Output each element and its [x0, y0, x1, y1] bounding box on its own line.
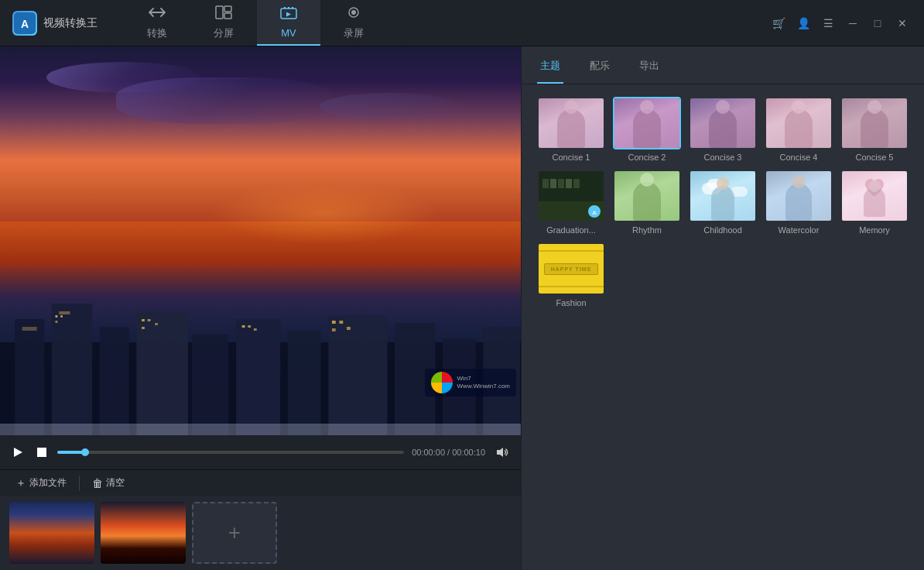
video-controls: 00:00:00 / 00:00:10: [0, 435, 521, 469]
add-icon: ＋: [15, 476, 26, 490]
cloud-2: [116, 77, 333, 124]
toolbar-separator: [79, 476, 80, 491]
svg-rect-27: [55, 321, 57, 323]
theme-rhythm[interactable]: Rhythm: [613, 170, 681, 235]
svg-rect-41: [37, 448, 46, 457]
nav-tab-convert[interactable]: 转换: [124, 0, 190, 46]
nav-tab-split-label: 分屏: [214, 26, 234, 40]
theme-childhood-label: Childhood: [703, 225, 742, 235]
volume-button[interactable]: [493, 444, 512, 461]
themes-row-2: Graduation... Rhythm: [537, 170, 909, 235]
svg-rect-21: [328, 315, 387, 435]
svg-rect-34: [254, 328, 257, 331]
svg-text:A: A: [21, 18, 29, 30]
svg-rect-2: [216, 6, 223, 19]
cloud-3: [320, 93, 459, 120]
buildings-svg: [0, 280, 521, 435]
theme-watercolor[interactable]: Watercolor: [765, 170, 833, 235]
menu-button[interactable]: ☰: [819, 14, 837, 33]
svg-rect-14: [52, 304, 92, 435]
svg-rect-16: [100, 327, 129, 435]
titlebar: A 视频转换王 转换 分屏: [0, 0, 924, 46]
progress-handle[interactable]: [81, 448, 89, 456]
svg-rect-18: [192, 335, 229, 435]
theme-concise4-label: Concise 4: [780, 153, 818, 162]
theme-concise3-thumb: [689, 97, 757, 149]
svg-rect-3: [224, 6, 231, 12]
theme-fashion[interactable]: HAPPY TIME Fashion: [537, 242, 605, 307]
clear-button[interactable]: 🗑 清空: [86, 473, 131, 493]
main-layout: Win7Www.Winwin7.com 00:00:00 / 00:00:10: [0, 46, 924, 570]
user-button[interactable]: 👤: [794, 14, 813, 33]
time-display: 00:00:00 / 00:00:10: [412, 448, 485, 457]
svg-rect-33: [248, 325, 251, 328]
svg-rect-36: [339, 321, 343, 324]
svg-rect-25: [55, 315, 57, 318]
theme-graduation[interactable]: Graduation...: [537, 170, 605, 235]
svg-rect-13: [22, 327, 37, 331]
theme-concise2-thumb: [613, 97, 681, 149]
svg-rect-12: [15, 319, 44, 435]
maximize-button[interactable]: □: [868, 14, 887, 33]
svg-rect-32: [242, 325, 245, 328]
theme-concise3[interactable]: Concise 3: [689, 97, 757, 162]
play-button[interactable]: [9, 444, 26, 461]
stop-button[interactable]: [34, 445, 50, 460]
minimize-button[interactable]: ─: [844, 14, 862, 33]
svg-rect-19: [236, 319, 280, 435]
trash-icon: 🗑: [92, 477, 103, 489]
theme-graduation-thumb: [537, 170, 605, 222]
theme-childhood[interactable]: Childhood: [689, 170, 757, 235]
clip-1[interactable]: [9, 502, 94, 564]
clip-2[interactable]: [101, 502, 186, 564]
shop-button[interactable]: 🛒: [769, 14, 788, 33]
timeline-toolbar: ＋ 添加文件 🗑 清空: [0, 470, 521, 496]
tab-theme[interactable]: 主题: [537, 46, 563, 84]
svg-point-10: [351, 10, 356, 15]
theme-watercolor-label: Watercolor: [779, 225, 820, 235]
theme-concise5-thumb: [840, 97, 909, 149]
timeline-clips: +: [0, 496, 521, 570]
download-badge: [588, 205, 601, 218]
nav-tab-split[interactable]: 分屏: [190, 0, 257, 46]
theme-concise5[interactable]: Concise 5: [840, 97, 909, 162]
add-file-label: 添加文件: [29, 476, 67, 489]
svg-rect-4: [224, 13, 231, 19]
theme-concise2[interactable]: Concise 2: [613, 97, 681, 162]
svg-rect-17: [136, 311, 188, 435]
nav-tab-record[interactable]: 录屏: [320, 0, 387, 46]
svg-rect-15: [59, 311, 70, 314]
themes-grid: Concise 1 Concise 2: [522, 84, 924, 570]
theme-concise2-label: Concise 2: [628, 153, 666, 162]
win7-logo-icon: [431, 372, 453, 393]
right-tabs: 主题 配乐 导出: [522, 46, 924, 84]
add-clip-button[interactable]: +: [192, 502, 277, 564]
nav-tab-convert-label: 转换: [147, 26, 167, 40]
clip-1-thumb: [9, 502, 94, 564]
svg-rect-39: [0, 424, 521, 435]
theme-concise4-thumb: [765, 97, 833, 149]
tab-music[interactable]: 配乐: [587, 46, 613, 84]
theme-memory[interactable]: Memory: [840, 170, 909, 235]
app-title: 视频转换王: [43, 16, 98, 29]
nav-tab-mv[interactable]: MV: [257, 0, 320, 46]
split-icon: [215, 5, 232, 23]
close-button[interactable]: ✕: [893, 14, 912, 33]
window-controls: 🛒 👤 ☰ ─ □ ✕: [757, 14, 924, 33]
theme-fashion-thumb: HAPPY TIME: [537, 242, 605, 295]
theme-concise5-label: Concise 5: [856, 153, 894, 162]
theme-concise1[interactable]: Concise 1: [537, 97, 605, 162]
progress-bar[interactable]: [57, 451, 404, 454]
add-file-button[interactable]: ＋ 添加文件: [9, 473, 73, 493]
video-preview: Win7Www.Winwin7.com: [0, 46, 521, 435]
tab-export[interactable]: 导出: [636, 46, 662, 84]
svg-rect-35: [332, 321, 336, 324]
svg-rect-20: [288, 331, 321, 435]
theme-memory-thumb: [840, 170, 909, 222]
theme-rhythm-label: Rhythm: [632, 225, 662, 235]
mv-icon: [280, 6, 297, 24]
main-nav: 转换 分屏 MV: [124, 0, 757, 46]
theme-childhood-thumb: [689, 170, 757, 222]
theme-concise4[interactable]: Concise 4: [765, 97, 833, 162]
app-logo: A 视频转换王: [0, 11, 124, 36]
